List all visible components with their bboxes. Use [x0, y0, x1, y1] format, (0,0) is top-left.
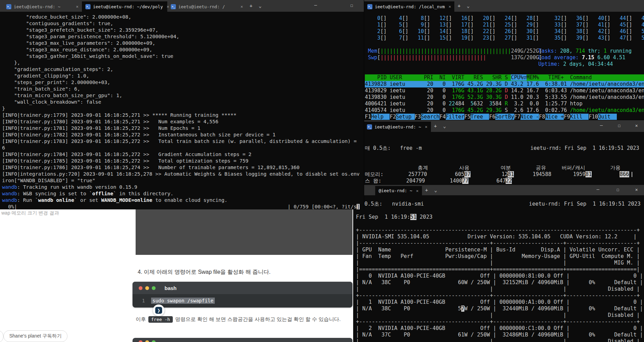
mac-zoom-dot-icon: [152, 286, 156, 290]
maximize-button[interactable]: ☐: [616, 187, 619, 192]
text-segment: CPU%▽: [511, 74, 526, 81]
terminal-line: +---------------------------------------…: [356, 319, 644, 325]
terminal-line: | | | Disabled |: [356, 312, 644, 319]
tab-nvidia[interactable]: @ieetu-rnd: ~ ✕: [375, 186, 422, 195]
text-segment: ||||||||||||||||||||||||||||||||||: [380, 54, 486, 61]
text-segment: ||||||||||||||||||||||||||||||||||||||||…: [380, 48, 511, 54]
text-segment: 4139830 ieetu 20 0: [365, 94, 452, 100]
text-segment: []: [402, 28, 418, 34]
code-badge-icon: ❯: [155, 307, 162, 314]
text-segment: []: [561, 28, 576, 34]
text-segment: 3: [489, 101, 492, 107]
after-suffix: 명령으로 확인 해 보면 스왑공간을 사용하고 있는걸 확인 할 수 있습니다.: [175, 316, 341, 323]
text-segment: Swp: [368, 54, 377, 61]
minimize-button[interactable]: ─: [600, 123, 603, 128]
chevron-down-icon[interactable]: ⌄: [467, 3, 469, 9]
text-segment: []: [467, 28, 483, 34]
text-segment: []: [604, 15, 620, 21]
text-segment: [374, 35, 377, 41]
chevron-down-icon[interactable]: ⌄: [443, 123, 446, 129]
text-segment: []: [446, 15, 461, 21]
terminal-line: | NVIDIA-SMI 535.104.05 Driver Version: …: [356, 234, 644, 240]
text-segment: F1: [365, 114, 371, 120]
browser-page: wap 메모리 크기 변경 결과 4. 이제 아래의 명령어로 Swap fil…: [0, 209, 353, 342]
close-button[interactable]: ✕: [635, 187, 638, 192]
text-segment: 176G 43.1G 28.2G: [452, 87, 502, 94]
right-aligned-text: ieetu-rnd: Fri Sep 1 16:19:51 2023: [530, 145, 639, 152]
process-row: 4140574 ieetu 20 0 176G 45.2G 29.3G S 2.…: [365, 107, 644, 114]
text-segment: Nice -: [520, 114, 539, 120]
text-segment: 22: [506, 178, 512, 184]
floating-button-sliver[interactable]: [0, 330, 3, 342]
text-segment: 45: [620, 22, 626, 28]
text-segment: 24: [505, 15, 511, 21]
text-segment: []: [402, 22, 421, 28]
code-badge[interactable]: ❯: [153, 304, 165, 316]
text-segment: 14.2 16.7 6:03.43 /home/ieetu/anaconda3/…: [508, 87, 644, 94]
text-segment: 81: [585, 171, 592, 177]
new-tab-button[interactable]: +: [434, 123, 437, 129]
text-segment: [374, 22, 377, 28]
text-segment: /home/ieetu/anaconda3/env: [570, 107, 644, 113]
maximize-button[interactable]: ☐: [618, 123, 621, 128]
text-segment: 2: [377, 28, 380, 34]
terminal-line: [365, 158, 643, 165]
text-segment: F9: [564, 114, 570, 120]
text-segment: 7.15: [582, 54, 597, 61]
cpu-meter-row: 1[] 5[] 9[] 13[] 17[] 21[] 25[] 29[] 33[…: [374, 22, 644, 28]
new-tab-button[interactable]: +: [250, 3, 252, 9]
new-tab-button[interactable]: +: [457, 3, 460, 9]
close-tab-icon[interactable]: ✕: [76, 4, 78, 9]
close-button[interactable]: ✕: [635, 123, 638, 128]
tab-root[interactable]: >_ ieetu@ieetu-rnd: / ✕: [167, 1, 246, 12]
close-tab-icon[interactable]: ✕: [425, 124, 427, 129]
terminal-line: wandb: W&B syncing is set to `offline` i…: [2, 190, 363, 197]
tab-free[interactable]: >_ ieetu@ieetu-rnd: ~ ✕: [363, 122, 431, 132]
text-segment: 7: [461, 305, 464, 312]
chevron-down-icon[interactable]: ⌄: [434, 187, 437, 193]
inline-code-chip: free -h: [148, 316, 173, 323]
minimize-button[interactable]: ─: [597, 187, 599, 192]
new-tab-button[interactable]: +: [425, 187, 428, 193]
maximize-button[interactable]: ☐: [350, 3, 353, 8]
chevron-down-icon[interactable]: ⌄: [258, 3, 261, 9]
tab-dev-poly[interactable]: >_ ieetu@ieetu-rnd: ~/dev/poly ✕: [82, 1, 167, 12]
text-segment: Help: [371, 114, 390, 120]
text-segment: MEM% TIME+ Command: [527, 74, 592, 81]
subscribe-button[interactable]: Shane's planet 구독하기: [3, 330, 67, 342]
text-segment: 484: [455, 101, 471, 107]
code-text[interactable]: sudo swapon /swapfile: [151, 298, 215, 304]
close-tab-icon[interactable]: ✕: [448, 4, 451, 9]
close-tab-icon[interactable]: ✕: [416, 188, 419, 193]
text-segment: 19: [461, 35, 467, 41]
text-segment: []: [489, 28, 505, 34]
text-segment: []: [489, 22, 505, 28]
mac-close-dot-icon: [139, 286, 142, 290]
text-segment: 18: [461, 28, 467, 34]
code-block-2-sliver: [133, 338, 352, 342]
text-segment: []: [604, 22, 620, 28]
text-segment: : W&B syncing is set to `: [17, 191, 92, 196]
nvidia-tabbar: @ieetu-rnd: ~ ✕ + ⌄ ─ ☐ ✕: [353, 185, 644, 195]
terminal-line: [365, 152, 643, 158]
process-row: 4006421 ieetu 20 0 22484 5632 3584 R 3.2…: [365, 101, 644, 107]
terminal-line: "gradient_clipping": 1.0,: [2, 73, 363, 79]
text-segment: Setup: [396, 114, 414, 120]
code-block-title: bash: [165, 285, 177, 291]
after-paragraph: 이후 free -h 명령으로 확인 해 보면 스왑공간을 사용하고 있는걸 확…: [136, 316, 341, 323]
text-segment: []: [626, 15, 642, 21]
text-segment: Search: [421, 114, 440, 120]
terminal-line: }: [2, 105, 363, 112]
text-segment: 49: [642, 22, 644, 28]
text-segment: F5: [464, 114, 471, 120]
text-segment: []: [561, 35, 576, 41]
tab-htop[interactable]: >_ ieetu@ieetu-rnd: /local_nvm ✕: [364, 1, 454, 12]
tab-home[interactable]: >_ ieetu@ieetu-rnd: ~ ✕: [3, 1, 82, 12]
terminal-line: | GPU Name Persistence-M | Bus-Id Disp.A…: [356, 247, 644, 253]
text-segment: 208,: [560, 48, 576, 54]
text-segment: 매 0.5초: free -m: [365, 145, 422, 151]
text-segment: 2 days, 04:34:44: [563, 61, 613, 67]
close-tab-icon[interactable]: ✕: [241, 4, 243, 9]
minimize-button[interactable]: ─: [314, 3, 317, 8]
text-segment: PID USER PRI NI VIRT RES SHR S: [365, 74, 511, 81]
